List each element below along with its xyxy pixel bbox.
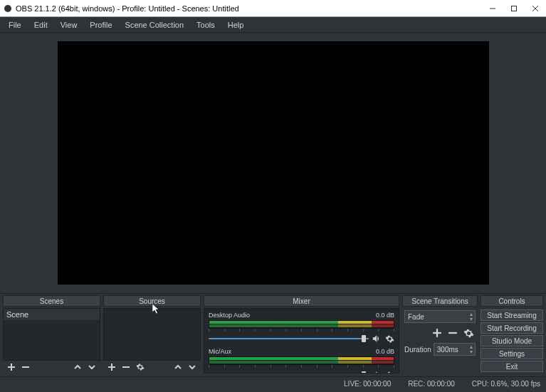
status-cpu: CPU: 0.6%, 30.00 fps: [472, 380, 540, 388]
maximize-button[interactable]: [503, 0, 525, 17]
studio-mode-button[interactable]: Studio Mode: [481, 335, 543, 346]
window-titlebar: OBS 21.1.2 (64bit, windows) - Profile: U…: [0, 0, 546, 17]
menu-tools[interactable]: Tools: [191, 19, 221, 31]
remove-scene-button[interactable]: [20, 361, 31, 373]
transitions-panel: Scene Transitions Fade ▴▾ Duration 300ms…: [402, 295, 478, 374]
controls-header: Controls: [481, 295, 543, 307]
preview-canvas[interactable]: [58, 41, 489, 285]
scenes-list[interactable]: Scene: [3, 308, 100, 361]
mixer-channel: Desktop Audio 0.0 dB: [209, 312, 394, 344]
transition-current: Fade: [408, 313, 424, 321]
transitions-header: Scene Transitions: [402, 295, 478, 307]
status-rec: REC: 00:00:00: [408, 380, 455, 388]
duration-value: 300ms: [437, 346, 458, 354]
add-transition-button[interactable]: [431, 327, 443, 339]
controls-panel: Controls Start Streaming Start Recording…: [481, 295, 543, 374]
scenes-header: Scenes: [3, 295, 100, 307]
sources-toolbar: [103, 361, 201, 374]
svg-rect-1: [512, 6, 517, 11]
source-properties-button[interactable]: [135, 361, 146, 373]
scene-item[interactable]: Scene: [4, 309, 100, 320]
add-source-button[interactable]: [106, 361, 117, 373]
window-title: OBS 21.1.2 (64bit, windows) - Profile: U…: [16, 4, 482, 13]
chevron-updown-icon: ▴▾: [470, 344, 473, 354]
mixer-header: Mixer: [204, 295, 399, 307]
sources-header: Sources: [103, 295, 201, 307]
close-button[interactable]: [525, 0, 546, 17]
minimize-button[interactable]: [482, 0, 503, 17]
menu-profile[interactable]: Profile: [84, 19, 117, 31]
mixer-panel: Mixer Desktop Audio 0.0 dB: [204, 295, 399, 374]
menu-file[interactable]: File: [3, 19, 27, 31]
channel-db: 0.0 dB: [376, 348, 394, 355]
source-move-down-button[interactable]: [187, 361, 198, 373]
remove-source-button[interactable]: [120, 361, 132, 373]
transition-select[interactable]: Fade ▴▾: [404, 310, 476, 323]
source-move-up-button[interactable]: [172, 361, 184, 373]
duration-label: Duration: [404, 346, 431, 354]
menubar: File Edit View Profile Scene Collection …: [0, 17, 546, 33]
scene-move-down-button[interactable]: [86, 361, 98, 373]
vu-meter: [209, 356, 394, 365]
channel-name: Desktop Audio: [209, 312, 250, 319]
remove-transition-button[interactable]: [447, 327, 458, 339]
scene-move-up-button[interactable]: [72, 361, 83, 373]
exit-button[interactable]: Exit: [481, 361, 543, 372]
transitions-body: Fade ▴▾ Duration 300ms ▴▾: [402, 308, 478, 374]
scenes-panel: Scenes Scene: [3, 295, 100, 374]
transition-settings-button[interactable]: [463, 327, 474, 339]
channel-name: Mic/Aux: [209, 348, 231, 355]
channel-settings-icon[interactable]: [384, 334, 394, 344]
sources-panel: Sources: [103, 295, 201, 374]
sources-list[interactable]: [103, 308, 201, 361]
start-recording-button[interactable]: Start Recording: [481, 322, 543, 334]
menu-view[interactable]: View: [55, 19, 83, 31]
controls-body: Start Streaming Start Recording Studio M…: [481, 308, 543, 374]
speaker-icon[interactable]: [372, 370, 382, 374]
mixer-channel: Mic/Aux 0.0 dB: [209, 348, 394, 374]
statusbar: LIVE: 00:00:00 REC: 00:00:00 CPU: 0.6%, …: [0, 376, 546, 391]
app-icon: [4, 5, 11, 12]
channel-settings-icon[interactable]: [384, 370, 394, 374]
vu-meter: [209, 320, 394, 329]
channel-db: 0.0 dB: [376, 312, 394, 319]
volume-slider[interactable]: [209, 373, 369, 374]
menu-edit[interactable]: Edit: [28, 19, 53, 31]
scenes-toolbar: [3, 361, 100, 374]
status-live: LIVE: 00:00:00: [344, 380, 391, 388]
add-scene-button[interactable]: [6, 361, 17, 373]
start-streaming-button[interactable]: Start Streaming: [481, 309, 543, 321]
vu-ticks: [209, 329, 394, 332]
vu-ticks: [209, 365, 394, 368]
menu-help[interactable]: Help: [222, 19, 250, 31]
panels-row: Scenes Scene Sources Mixer: [0, 294, 546, 376]
duration-spinner[interactable]: 300ms ▴▾: [434, 343, 476, 356]
settings-button[interactable]: Settings: [481, 348, 543, 359]
preview-area: [0, 33, 546, 294]
chevron-updown-icon: ▴▾: [470, 312, 473, 322]
menu-scene-collection[interactable]: Scene Collection: [120, 19, 190, 31]
mixer-body: Desktop Audio 0.0 dB Mic/Aux 0.0 dB: [204, 308, 399, 374]
speaker-icon[interactable]: [372, 334, 382, 344]
volume-slider[interactable]: [209, 337, 369, 341]
